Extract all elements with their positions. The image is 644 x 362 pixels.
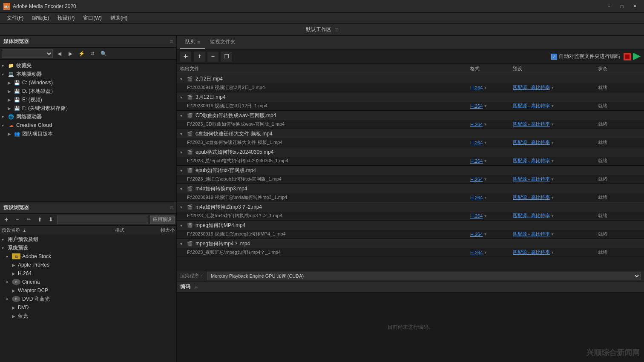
queue-group-header[interactable]: ▾ 🎬 epub如何转txt-官网版.mp4 — [177, 166, 644, 175]
queue-row-format-2[interactable]: H.264 — [470, 122, 483, 127]
drive-d-label: D: (本地磁盘） — [22, 88, 56, 95]
queue-row-preset-9[interactable]: 匹配源 - 高比特率 — [513, 249, 550, 256]
queue-group-header[interactable]: ▾ 🎬 CD歌曲如何转换成wav-官网版.mp4 — [177, 111, 644, 120]
renderer-select[interactable]: Mercury Playback Engine GPU 加速 (CUDA) — [207, 272, 641, 280]
queue-row-preset-4[interactable]: 匹配源 - 高比特率 — [513, 158, 550, 164]
queue-row-format-7[interactable]: H.264 — [470, 213, 483, 218]
media-browser-filter-btn[interactable]: ⚡ — [77, 49, 86, 58]
preset-bluray[interactable]: ▶ 蓝光 — [0, 312, 176, 320]
tree-local-drives[interactable]: ▾ 💻 本地驱动器 — [0, 70, 176, 78]
tree-network-drives[interactable]: ▾ 🌐 网络驱动器 — [0, 112, 176, 121]
queue-row[interactable]: F:\2023_总\epub格式如何转txt-20240305_1.mp4 H.… — [177, 157, 644, 165]
queue-row[interactable]: F:\2023_汇总\m4a如何转换成mp3？-2_1.mp4 H.264 ▼ … — [177, 212, 644, 220]
preset-add-btn[interactable]: + — [2, 215, 11, 224]
queue-row-format-0[interactable]: H.264 — [470, 85, 483, 90]
tree-drive-d[interactable]: ▶ 💾 D: (本地磁盘） — [0, 87, 176, 95]
queue-row-format-5[interactable]: H.264 — [470, 177, 483, 182]
queue-row-preset-2[interactable]: 匹配源 - 高比特率 — [513, 121, 550, 127]
media-browser-menu-icon[interactable]: ≡ — [170, 39, 173, 45]
tree-drive-c[interactable]: ▶ 💾 C: (Windows) — [0, 78, 176, 87]
workspace-menu-icon[interactable]: ≡ — [335, 26, 338, 33]
maximize-button[interactable]: □ — [616, 2, 628, 11]
tree-drive-e[interactable]: ▶ 💾 E: (视频) — [0, 95, 176, 104]
queue-row-format-3[interactable]: H.264 — [470, 140, 483, 145]
queue-row[interactable]: F:\2023_频汇总\epub如何转txt-官网版_1.mp4 H.264 ▼… — [177, 175, 644, 184]
queue-row-format-8[interactable]: H.264 — [470, 232, 483, 237]
queue-row-preset-0[interactable]: 匹配源 - 高比特率 — [513, 84, 550, 91]
queue-row[interactable]: F:\2023_\c盘如何快速迁移大文件-模板_1.mp4 H.264 ▼ 匹配… — [177, 138, 644, 147]
queue-group-header[interactable]: ▾ 🎬 m4a如何转换mp3.mp4 — [177, 184, 644, 193]
media-browser-location-dropdown[interactable] — [2, 49, 53, 58]
queue-row[interactable]: F:\20230919 视频汇总\2月2日_1.mp4 H.264 ▼ 匹配源 … — [177, 83, 644, 92]
queue-row-preset-5[interactable]: 匹配源 - 高比特率 — [513, 176, 550, 182]
auto-encode-checkbox[interactable]: ✓ — [551, 54, 557, 60]
preset-adobe-stock[interactable]: ▾ St Adobe Stock — [0, 252, 176, 261]
menu-file[interactable]: 文件(F) — [3, 13, 27, 23]
preset-dvd-bluray[interactable]: ▾ D DVD 和蓝光 — [0, 295, 176, 303]
media-browser-search-btn[interactable]: 🔍 — [99, 49, 108, 58]
queue-group-header[interactable]: ▾ 🎬 m4a如何转换成mp3？-2.mp4 — [177, 202, 644, 212]
tree-creative-cloud[interactable]: ▾ ☁ Creative Cloud — [0, 121, 176, 129]
queue-group-header[interactable]: ▾ 🎬 epub格式如何转txt-20240305.mp4 — [177, 147, 644, 157]
tab-queue[interactable]: 队列 ≡ — [180, 36, 205, 49]
menu-help[interactable]: 帮助(H) — [107, 13, 131, 23]
group-name-6: m4a如何转换mp3.mp4 — [196, 185, 641, 192]
menu-edit[interactable]: 编辑(E) — [29, 13, 52, 23]
preset-h264[interactable]: ▶ H.264 — [0, 269, 176, 278]
preset-search-input[interactable] — [57, 215, 148, 224]
queue-row-format-4[interactable]: H.264 — [470, 158, 483, 164]
minimize-button[interactable]: － — [603, 2, 615, 11]
queue-row-preset-arrow-5: ▼ — [551, 177, 555, 181]
queue-group-header[interactable]: ▾ 🎬 c盘如何快速迁移大文件-藕板.mp4 — [177, 129, 644, 138]
media-browser-forward-btn[interactable]: ▶ — [66, 49, 75, 58]
queue-row-format-9[interactable]: H.264 — [470, 250, 483, 255]
queue-row-preset-8[interactable]: 匹配源 - 高比特率 — [513, 231, 550, 237]
tab-watch-folder[interactable]: 监视文件夹 — [205, 36, 241, 49]
encode-play-btn[interactable] — [633, 53, 641, 60]
queue-group-header[interactable]: ▾ 🎬 3月12日.mp4 — [177, 92, 644, 102]
tree-drive-f[interactable]: ▶ 💾 F: (关键词素材存储） — [0, 104, 176, 112]
menu-window[interactable]: 窗口(W) — [80, 13, 105, 23]
queue-row[interactable]: F:\20230919 视频汇总\m4a如何转换mp3_1.mp4 H.264 … — [177, 193, 644, 202]
tree-favorites[interactable]: ▾ 📁 收藏夹 — [0, 61, 176, 70]
queue-add-btn[interactable]: + — [180, 52, 191, 62]
preset-wraptor-dcp[interactable]: ▶ Wraptor DCP — [0, 286, 176, 295]
queue-row-format-6[interactable]: H.264 — [470, 195, 483, 200]
system-group-label: 系统预设 — [8, 244, 28, 252]
encode-panel-menu-icon[interactable]: ≡ — [195, 284, 198, 290]
media-browser-back-btn[interactable]: ◀ — [55, 49, 64, 58]
queue-row-preset-1[interactable]: 匹配源 - 高比特率 — [513, 103, 550, 109]
preset-apple-prores[interactable]: ▶ Apple ProRes — [0, 261, 176, 269]
queue-row-preset-3[interactable]: 匹配源 - 高比特率 — [513, 139, 550, 146]
queue-group-header[interactable]: ▾ 🎬 2月2日.mp4 — [177, 74, 644, 83]
preset-remove-btn[interactable]: － — [13, 215, 22, 224]
preset-edit-btn[interactable]: ✏ — [24, 215, 33, 224]
queue-row-status-8: 就绪 — [598, 231, 641, 237]
menu-preset[interactable]: 预设(P) — [54, 13, 78, 23]
queue-duplicate-btn[interactable]: ❐ — [221, 52, 232, 62]
preset-export-btn[interactable]: ⬇ — [46, 215, 55, 224]
queue-row-format-1[interactable]: H.264 — [470, 103, 483, 109]
encode-stop-btn[interactable] — [624, 53, 631, 60]
queue-group-header[interactable]: ▾ 🎬 mpeg如何转MP4.mp4 — [177, 221, 644, 230]
preset-apply-btn[interactable]: 应用预设 — [150, 215, 175, 224]
preset-browser-menu-icon[interactable]: ≡ — [170, 205, 173, 211]
preset-system-group[interactable]: ▾ 系统预设 — [0, 244, 176, 252]
tree-team-projects[interactable]: ▶ 👥 团队项目版本 — [0, 129, 176, 138]
preset-dvd[interactable]: ▶ DVD — [0, 303, 176, 312]
close-button[interactable]: ✕ — [629, 2, 641, 11]
media-browser-refresh-btn[interactable]: ↺ — [88, 49, 97, 58]
queue-row[interactable]: F:\20230919 视频汇总\3月12日_1.mp4 H.264 ▼ 匹配源… — [177, 102, 644, 110]
queue-row[interactable]: F:\20230919 视频汇总\mpeg如何转MP4_1.mp4 H.264 … — [177, 230, 644, 238]
queue-row-preset-6[interactable]: 匹配源 - 高比特率 — [513, 194, 550, 201]
queue-row[interactable]: F:\2023_CD歌曲如何转换成wav-官网版_1.mp4 H.264 ▼ 匹… — [177, 120, 644, 129]
queue-remove-btn[interactable]: － — [207, 52, 218, 62]
queue-row[interactable]: F:\2023_视频汇总\mpeg如何转mp4？_1.mp4 H.264 ▼ 匹… — [177, 248, 644, 257]
queue-row-format-cell-3: H.264 ▼ — [470, 140, 513, 145]
preset-cinema[interactable]: ▾ C Cinema — [0, 278, 176, 286]
preset-import-btn[interactable]: ⬆ — [35, 215, 44, 224]
preset-user-group[interactable]: ▾ 用户预设及组 — [0, 235, 176, 244]
queue-move-up-btn[interactable]: ⬆ — [194, 52, 205, 62]
queue-group-header[interactable]: ▾ 🎬 mpeg如何转mp4？.mp4 — [177, 239, 644, 248]
queue-row-preset-7[interactable]: 匹配源 - 高比特率 — [513, 213, 550, 219]
